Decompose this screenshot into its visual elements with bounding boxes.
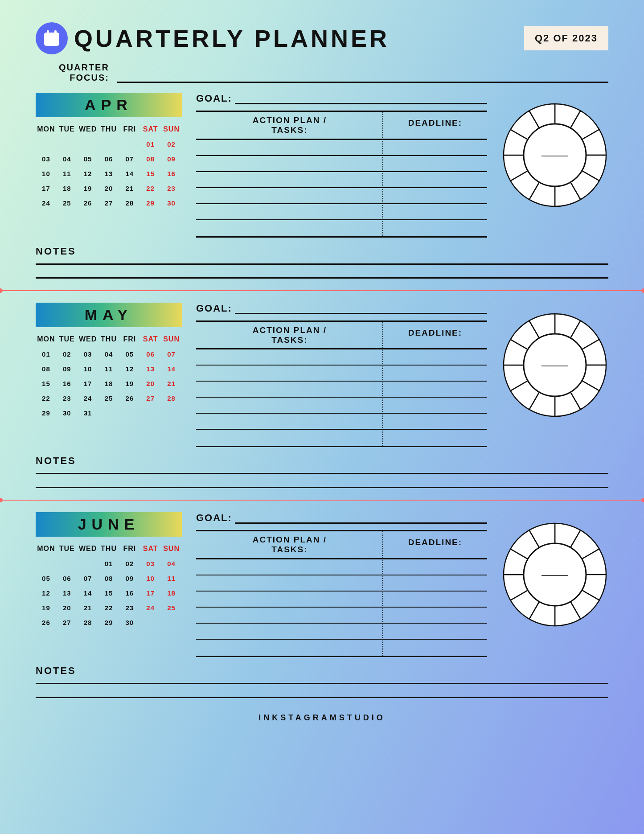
task-row[interactable] xyxy=(196,414,487,430)
column-divider xyxy=(382,112,383,236)
notes-line[interactable] xyxy=(36,473,608,474)
calendar-day: 19 xyxy=(36,600,57,615)
deadline-header: DEADLINE: xyxy=(383,531,487,558)
calendar-day: 03 xyxy=(78,347,98,362)
calendar-day: 20 xyxy=(57,600,78,615)
calendar-day: 29 xyxy=(140,196,161,210)
task-row[interactable] xyxy=(196,430,487,446)
calendar-day: 14 xyxy=(119,166,140,181)
progress-wheel[interactable] xyxy=(501,102,608,209)
calendar-day: 21 xyxy=(161,376,182,391)
calendar-day: 04 xyxy=(57,152,78,166)
task-row[interactable] xyxy=(196,608,487,624)
weekday-header: THU xyxy=(98,122,119,137)
calendar-day: 27 xyxy=(140,391,161,406)
action-table: ACTION PLAN / TASKS: DEADLINE: xyxy=(196,111,487,238)
notes-line[interactable] xyxy=(36,263,608,265)
calendar-day: 11 xyxy=(98,362,119,376)
calendar-day: 12 xyxy=(78,166,98,181)
calendar-day: 25 xyxy=(57,196,78,210)
calendar-day: 02 xyxy=(119,556,140,571)
calendar-day: 23 xyxy=(161,181,182,196)
notes-label: NOTES xyxy=(36,455,608,467)
calendar-day: 31 xyxy=(78,406,98,420)
calendar-day: 06 xyxy=(57,571,78,586)
calendar-day: 18 xyxy=(161,586,182,600)
goal-input-line[interactable] xyxy=(235,303,487,314)
calendar-day: 17 xyxy=(140,586,161,600)
notes-label: NOTES xyxy=(36,246,608,257)
weekday-header: SAT xyxy=(140,332,161,347)
calendar-day: 09 xyxy=(57,362,78,376)
notes-line[interactable] xyxy=(36,683,608,684)
task-row[interactable] xyxy=(196,172,487,188)
calendar-day: 07 xyxy=(161,347,182,362)
svg-rect-2 xyxy=(47,30,49,35)
task-row[interactable] xyxy=(196,349,487,366)
calendar-day: 13 xyxy=(98,166,119,181)
calendar-day: 23 xyxy=(119,600,140,615)
action-plan-header: ACTION PLAN / TASKS: xyxy=(196,531,383,558)
weekday-header: MON xyxy=(36,122,57,137)
goal-label: GOAL: xyxy=(196,512,232,524)
calendar-day: 22 xyxy=(98,600,119,615)
progress-wheel[interactable] xyxy=(501,312,608,419)
weekday-header: SUN xyxy=(161,541,182,556)
action-table: ACTION PLAN / TASKS: DEADLINE: xyxy=(196,320,487,448)
calendar-day: 07 xyxy=(78,571,98,586)
calendar-day: 25 xyxy=(161,600,182,615)
calendar-day: 16 xyxy=(161,166,182,181)
task-row[interactable] xyxy=(196,592,487,608)
weekday-header: WED xyxy=(78,332,98,347)
task-row[interactable] xyxy=(196,220,487,236)
task-row[interactable] xyxy=(196,188,487,204)
weekday-header: THU xyxy=(98,541,119,556)
notes-line[interactable] xyxy=(36,277,608,279)
focus-label: QUARTER FOCUS: xyxy=(59,62,109,83)
focus-input-line[interactable] xyxy=(117,70,608,83)
calendar-day: 16 xyxy=(119,586,140,600)
task-row[interactable] xyxy=(196,624,487,640)
weekday-header: FRI xyxy=(119,122,140,137)
calendar-day: 26 xyxy=(119,391,140,406)
calendar-day: 28 xyxy=(119,196,140,210)
goal-input-line[interactable] xyxy=(235,93,487,104)
calendar-day: 15 xyxy=(36,376,57,391)
calendar-day: 25 xyxy=(98,391,119,406)
notes-line[interactable] xyxy=(36,697,608,698)
calendar-day: 16 xyxy=(57,376,78,391)
task-row[interactable] xyxy=(196,559,487,575)
goal-input-line[interactable] xyxy=(235,512,487,524)
task-row[interactable] xyxy=(196,156,487,172)
weekday-header: SAT xyxy=(140,541,161,556)
calendar-day: 17 xyxy=(78,376,98,391)
month-name: JUNE xyxy=(36,512,182,537)
weekday-header: SUN xyxy=(161,122,182,137)
calendar-day: 10 xyxy=(36,166,57,181)
task-row[interactable] xyxy=(196,140,487,156)
calendar: APR MONTUEWEDTHUFRISATSUN010203040506070… xyxy=(36,93,182,210)
calendar-day: 29 xyxy=(98,615,119,630)
task-row[interactable] xyxy=(196,366,487,382)
calendar-day: 03 xyxy=(36,152,57,166)
deadline-header: DEADLINE: xyxy=(383,322,487,349)
task-row[interactable] xyxy=(196,204,487,220)
calendar-day: 02 xyxy=(161,137,182,152)
notes-label: NOTES xyxy=(36,665,608,677)
calendar-day: 08 xyxy=(98,571,119,586)
weekday-header: MON xyxy=(36,541,57,556)
footer-credit: INKSTAGRAMSTUDIO xyxy=(36,713,608,723)
goal-label: GOAL: xyxy=(196,93,232,104)
task-row[interactable] xyxy=(196,398,487,414)
task-row[interactable] xyxy=(196,640,487,656)
calendar-day: 28 xyxy=(161,391,182,406)
calendar-day: 06 xyxy=(98,152,119,166)
calendar-icon xyxy=(36,22,68,54)
deadline-header: DEADLINE: xyxy=(383,112,487,139)
calendar-day: 17 xyxy=(36,181,57,196)
calendar-day: 30 xyxy=(57,406,78,420)
progress-wheel[interactable] xyxy=(501,521,608,628)
notes-line[interactable] xyxy=(36,487,608,488)
task-row[interactable] xyxy=(196,575,487,592)
task-row[interactable] xyxy=(196,382,487,398)
